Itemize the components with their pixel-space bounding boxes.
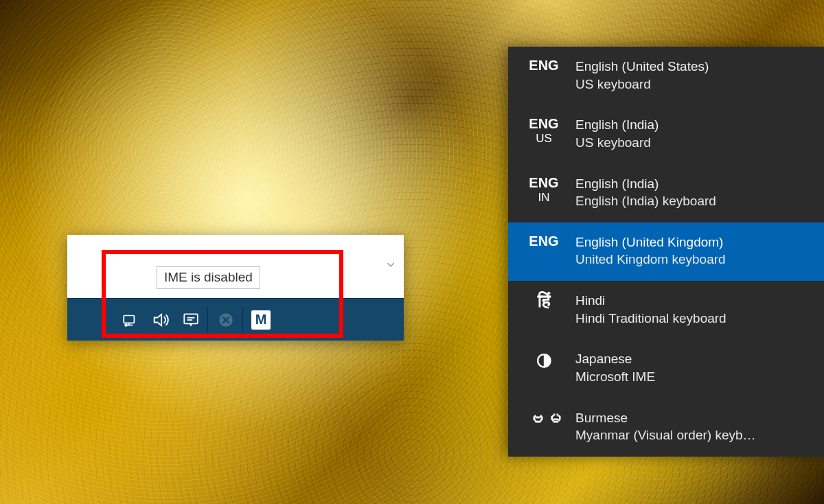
language-code-text: ENG: [529, 175, 558, 190]
language-code-sub: US: [520, 132, 567, 146]
keyboard-name: Hindi Traditional keyboard: [575, 310, 812, 328]
language-name: English (United States): [575, 58, 812, 76]
language-code-text: ENG: [529, 233, 558, 249]
language-option[interactable]: ENGINEnglish (India)English (India) keyb…: [508, 164, 824, 222]
action-center-icon[interactable]: [176, 299, 206, 341]
language-texts: English (United States)US keyboard: [567, 58, 812, 93]
keyboard-name: US keyboard: [575, 134, 812, 152]
volume-icon[interactable]: [146, 299, 176, 341]
language-code-text: ENG: [529, 116, 558, 131]
network-icon[interactable]: [115, 299, 146, 341]
tray-separator: [242, 307, 243, 333]
language-name: English (India): [575, 175, 812, 193]
callout-whitespace: IME is disabled: [67, 235, 404, 298]
language-option[interactable]: ENGEnglish (United Kingdom)United Kingdo…: [508, 222, 824, 281]
language-switcher-flyout: ENGEnglish (United States)US keyboardENG…: [508, 47, 824, 457]
keyboard-name: United Kingdom keyboard: [575, 251, 812, 268]
svg-marker-6: [190, 323, 192, 326]
language-name: Japanese: [575, 350, 812, 368]
language-code: ENG: [520, 58, 567, 73]
language-glyph-icon: हिं: [538, 290, 551, 311]
ime-mode-indicator[interactable]: M: [246, 299, 276, 341]
keyboard-name: Microsoft IME: [575, 368, 812, 386]
language-option[interactable]: ဗမBurmeseMyanmar (Visual order) keyb…: [508, 398, 824, 457]
language-option[interactable]: ◑JapaneseMicrosoft IME: [508, 339, 824, 398]
language-texts: JapaneseMicrosoft IME: [567, 350, 812, 385]
language-code-text: ENG: [529, 58, 558, 73]
ime-disabled-icon[interactable]: [211, 299, 241, 341]
language-code-sub: IN: [520, 191, 567, 205]
language-texts: English (India)English (India) keyboard: [567, 175, 812, 210]
keyboard-name: US keyboard: [575, 76, 812, 93]
ime-tooltip: IME is disabled: [157, 266, 260, 289]
language-texts: BurmeseMyanmar (Visual order) keyb…: [567, 409, 812, 444]
language-name: Burmese: [575, 409, 812, 427]
language-name: English (India): [575, 116, 812, 134]
ime-letter-box: M: [251, 310, 271, 330]
language-code: ENG: [520, 233, 567, 249]
tray-separator: [207, 307, 208, 333]
language-code: ENGUS: [520, 116, 567, 146]
language-code: ◑: [520, 350, 567, 369]
chevron-down-icon: [385, 259, 397, 275]
taskbar-tray-callout: IME is disabled: [67, 235, 404, 341]
svg-rect-0: [124, 315, 134, 323]
svg-rect-5: [184, 314, 198, 323]
taskbar-tray: M: [67, 298, 404, 341]
svg-marker-4: [154, 314, 162, 325]
language-option[interactable]: हिंHindiHindi Traditional keyboard: [508, 281, 824, 339]
language-name: Hindi: [575, 292, 812, 310]
keyboard-name: English (India) keyboard: [575, 192, 812, 210]
language-glyph-icon: ဗမ: [526, 408, 562, 428]
language-texts: English (United Kingdom)United Kingdom k…: [567, 233, 812, 268]
language-code: हिं: [520, 292, 567, 310]
language-name: English (United Kingdom): [575, 233, 812, 251]
keyboard-name: Myanmar (Visual order) keyb…: [575, 426, 812, 444]
language-texts: HindiHindi Traditional keyboard: [567, 292, 812, 327]
language-option[interactable]: ENGEnglish (United States)US keyboard: [508, 47, 824, 105]
language-glyph-icon: ◑: [536, 349, 552, 369]
language-code: ENGIN: [520, 175, 567, 205]
language-texts: English (India)US keyboard: [567, 116, 812, 151]
language-option[interactable]: ENGUSEnglish (India)US keyboard: [508, 105, 824, 163]
language-code: ဗမ: [520, 409, 567, 428]
